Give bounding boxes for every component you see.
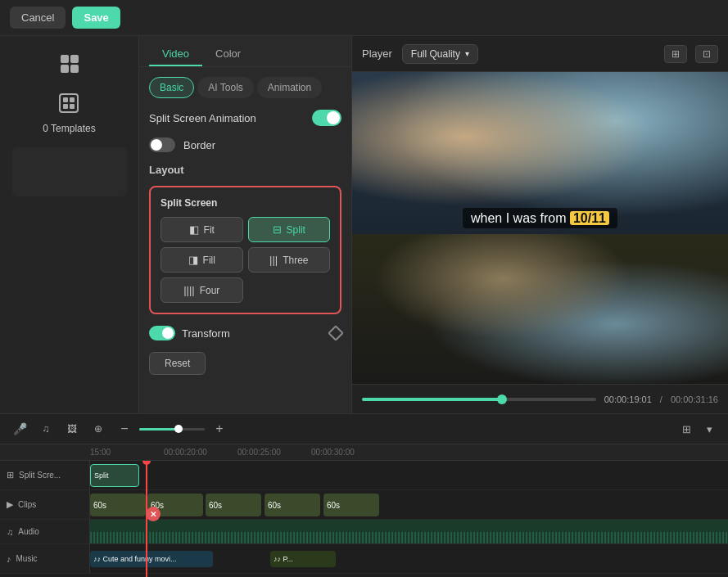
audio-wave-1 <box>90 532 728 543</box>
split-label: Split <box>287 224 305 236</box>
grid-layout-icon[interactable]: ⊞ <box>677 420 695 438</box>
split-track-icon: ⊞ <box>7 470 14 480</box>
video-top-content: when I was from 10/11 <box>352 72 728 234</box>
add-media-button[interactable]: ⊕ <box>88 419 108 439</box>
fit-label: Fit <box>204 224 215 236</box>
ruler-mark-0: 15:00 <box>90 448 164 457</box>
player-label: Player <box>362 47 392 60</box>
split-icon: ⊟ <box>273 223 282 236</box>
svg-rect-3 <box>70 65 79 73</box>
transform-label: Transform <box>182 327 230 340</box>
video-top-frame: when I was from 10/11 <box>352 72 728 234</box>
three-label: Three <box>283 255 308 266</box>
zoom-in-button[interactable]: + <box>210 419 229 439</box>
border-row: Border <box>149 137 341 152</box>
track-video: ▶ Clips 60s 60s 60s 60s 60s <box>0 490 728 520</box>
three-icon: ||| <box>269 254 278 266</box>
time-separator: / <box>660 394 662 404</box>
music-track-icon: ♪ <box>7 554 11 564</box>
image-view-icon[interactable]: ⊡ <box>695 45 718 63</box>
quality-value: Full Quality <box>411 48 460 60</box>
top-bar: Cancel Save <box>0 0 728 36</box>
svg-rect-4 <box>60 94 78 112</box>
grid-view-icon[interactable]: ⊞ <box>664 45 687 63</box>
track-content-music[interactable]: ♪ ♪ Cute and funny movi... ♪ ♪ P... <box>90 544 728 573</box>
ruler-mark-1: 00:00:20:00 <box>164 448 237 457</box>
border-toggle[interactable] <box>149 137 175 152</box>
time-current: 00:00:19:01 <box>604 394 652 404</box>
player-header: Player Full Quality ▾ ⊞ ⊡ <box>352 36 728 72</box>
toggle-knob <box>327 111 340 124</box>
music-button[interactable]: ♫ <box>36 419 56 439</box>
split-btn-three[interactable]: ||| Three <box>248 247 331 273</box>
clip-video-5[interactable]: 60s <box>323 494 379 516</box>
transform-toggle[interactable] <box>149 326 175 340</box>
transform-toggle-knob <box>162 327 174 339</box>
svg-rect-2 <box>61 65 69 73</box>
subtab-animation[interactable]: Animation <box>257 77 322 98</box>
subtab-basic[interactable]: Basic <box>149 77 194 98</box>
quality-select[interactable]: Full Quality ▾ <box>402 44 478 64</box>
sidebar-item-templates[interactable]: 0 Templates <box>33 83 105 141</box>
ruler-mark-3: 00:00:30:00 <box>311 448 385 457</box>
panel-content: Basic AI Tools Animation Split Screen An… <box>139 67 351 413</box>
chevron-down-icon[interactable]: ▾ <box>700 420 718 438</box>
clip-video-1[interactable]: 60s <box>90 494 146 516</box>
border-toggle-knob <box>151 139 162 151</box>
keyframe-diamond-icon[interactable] <box>328 325 344 341</box>
subtitle-bar: when I was from 10/11 <box>463 208 617 228</box>
fill-icon: ◨ <box>188 254 198 266</box>
reset-button[interactable]: Reset <box>149 352 206 375</box>
video-track-label: Clips <box>18 500 36 509</box>
clip-split-screen[interactable]: Split <box>90 464 139 487</box>
zoom-out-button[interactable]: − <box>115 419 134 439</box>
zoom-knob[interactable] <box>174 425 183 433</box>
progress-track[interactable] <box>362 398 596 401</box>
video-bottom-frame <box>352 234 728 384</box>
split-screen-animation-toggle[interactable] <box>312 110 341 126</box>
four-label: Four <box>200 285 220 296</box>
tab-video[interactable]: Video <box>149 43 202 66</box>
picture-button[interactable]: 🖼 <box>62 419 82 439</box>
track-content-audio[interactable] <box>90 520 728 543</box>
four-icon: |||| <box>183 284 195 296</box>
split-screen-animation-row: Split Screen Animation <box>149 110 341 126</box>
subtab-ai-tools[interactable]: AI Tools <box>197 77 253 98</box>
split-screen-animation-label: Split Screen Animation <box>149 112 256 124</box>
layout-title: Layout <box>149 164 341 176</box>
split-screen-title: Split Screen <box>161 197 330 209</box>
subtitle-highlight: 10/11 <box>570 211 609 225</box>
track-label-music: ♪ Music <box>0 544 90 573</box>
cancel-button[interactable]: Cancel <box>10 7 66 29</box>
ruler-mark-2: 00:00:25:00 <box>237 448 311 457</box>
zoom-slider: − + <box>115 419 229 439</box>
svg-rect-6 <box>70 97 75 102</box>
clip-music-1[interactable]: ♪ ♪ Cute and funny movi... <box>90 551 213 567</box>
music-clip-2-label: ♪ P... <box>278 555 293 563</box>
progress-knob[interactable] <box>497 394 507 404</box>
clip-video-3[interactable]: 60s <box>206 494 261 516</box>
split-btn-fill[interactable]: ◨ Fill <box>161 247 243 273</box>
split-btn-fit[interactable]: ◧ Fit <box>161 217 243 242</box>
time-total: 00:00:31:16 <box>671 394 718 404</box>
svg-rect-7 <box>63 104 68 109</box>
track-label-video: ▶ Clips <box>0 490 90 519</box>
track-content-split[interactable]: Split <box>90 461 728 489</box>
split-btn-four[interactable]: |||| Four <box>161 277 243 303</box>
split-track-label: Split Scre... <box>19 471 61 480</box>
zoom-track[interactable] <box>139 428 205 430</box>
x-marker: ✕ <box>146 507 161 521</box>
clip-video-4[interactable]: 60s <box>265 494 320 516</box>
sub-tabs: Basic AI Tools Animation <box>149 77 341 98</box>
track-label-split: ⊞ Split Scre... <box>0 461 90 489</box>
microphone-button[interactable]: 🎤 <box>10 419 29 439</box>
tab-color[interactable]: Color <box>202 43 254 66</box>
track-content-video[interactable]: 60s 60s 60s 60s 60s <box>90 490 728 519</box>
sidebar-item-grid[interactable] <box>47 44 93 83</box>
audio-track-label: Audio <box>18 527 39 536</box>
clip-music-2[interactable]: ♪ ♪ P... <box>270 551 336 567</box>
track-label-audio: ♫ Audio <box>0 520 90 543</box>
save-button[interactable]: Save <box>72 7 120 29</box>
split-btn-split[interactable]: ⊟ Split <box>248 217 331 242</box>
svg-rect-1 <box>70 55 79 63</box>
